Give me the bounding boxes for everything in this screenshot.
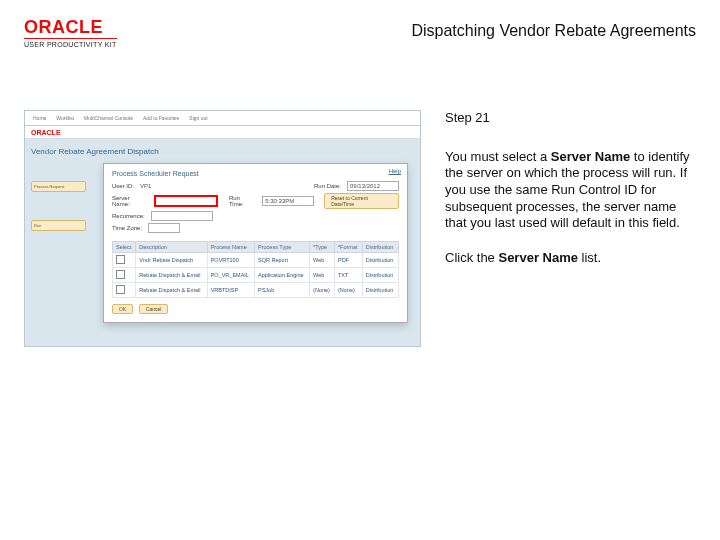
ss-nav-item: Worklist: [56, 115, 74, 121]
ss-left-button: Process Request: [31, 181, 86, 192]
ss-td: POVRT100: [207, 253, 254, 268]
ss-timezone-label: Time Zone:: [112, 225, 142, 231]
ss-td: TXT: [334, 268, 362, 283]
page-title: Dispatching Vendor Rebate Agreements: [411, 18, 696, 40]
ss-td: PO_VR_EMAIL: [207, 268, 254, 283]
instruction-panel: Step 21 You must select a Server Name to…: [445, 110, 696, 347]
training-screenshot: Home Worklist MultiChannel Console Add t…: [24, 110, 421, 347]
ss-left-button: Run: [31, 220, 86, 231]
ss-td: Vndr Rebate Dispatch: [136, 253, 207, 268]
ss-nav-item: Home: [33, 115, 46, 121]
ss-th: *Format: [334, 242, 362, 253]
ss-recurrence-field: [151, 211, 213, 221]
ss-left-column: Process Request Run: [31, 181, 86, 231]
ss-th: Process Type: [255, 242, 310, 253]
ss-th: Select: [113, 242, 136, 253]
ss-recurrence-label: Recurrence:: [112, 213, 145, 219]
ss-th: Process Name: [207, 242, 254, 253]
ss-mini-logo: ORACLE: [31, 129, 61, 136]
ss-nav-item: MultiChannel Console: [84, 115, 133, 121]
brand-subline: USER PRODUCTIVITY KIT: [24, 38, 117, 48]
ss-user-label: User ID:: [112, 183, 134, 189]
ss-td: PDF: [334, 253, 362, 268]
table-row: Rebate Dispatch & Email PO_VR_EMAIL Appl…: [113, 268, 399, 283]
instr-text: list.: [578, 250, 601, 265]
checkbox-icon: [116, 270, 125, 279]
instruction-paragraph-1: You must select a Server Name to identif…: [445, 149, 696, 232]
ss-ok-button: OK: [112, 304, 133, 314]
ss-topnav: Home Worklist MultiChannel Console Add t…: [25, 111, 420, 126]
instr-text: You must select a: [445, 149, 551, 164]
ss-reset-button: Reset to Current Date/Time: [324, 193, 399, 209]
ss-td: Application Engine: [255, 268, 310, 283]
ss-td: Rebate Dispatch & Email: [136, 283, 207, 298]
ss-nav-item: Add to Favorites: [143, 115, 179, 121]
instr-bold: Server Name: [498, 250, 578, 265]
checkbox-icon: [116, 255, 125, 264]
ss-dialog: Process Scheduler Request Help User ID: …: [103, 163, 408, 323]
ss-user-value: VP1: [140, 183, 151, 189]
ss-dialog-help: Help: [389, 168, 401, 174]
ss-td: Web: [310, 268, 335, 283]
ss-td: Distribution: [362, 253, 398, 268]
checkbox-icon: [116, 285, 125, 294]
ss-td: Distribution: [362, 268, 398, 283]
instr-text: Click the: [445, 250, 498, 265]
ss-process-table: Select Description Process Name Process …: [112, 241, 399, 298]
ss-td: Rebate Dispatch & Email: [136, 268, 207, 283]
ss-rundate-label: Run Date:: [314, 183, 341, 189]
ss-th: *Type: [310, 242, 335, 253]
ss-nav-item: Sign out: [189, 115, 207, 121]
ss-rundate-value: 09/13/2012: [347, 181, 399, 191]
ss-page-heading: Vendor Rebate Agreement Dispatch: [31, 147, 414, 156]
ss-td: PSJob: [255, 283, 310, 298]
ss-td: Distribution: [362, 283, 398, 298]
brand-logo: ORACLE USER PRODUCTIVITY KIT: [24, 18, 117, 48]
instr-bold: Server Name: [551, 149, 631, 164]
ss-td: (None): [334, 283, 362, 298]
instruction-paragraph-2: Click the Server Name list.: [445, 250, 696, 267]
ss-td: VRBTDISP: [207, 283, 254, 298]
ss-timezone-field: [148, 223, 180, 233]
ss-brandbar: ORACLE: [25, 126, 420, 139]
ss-runtime-value: 5:30:33PM: [262, 196, 314, 206]
ss-server-label: Server Name:: [112, 195, 149, 207]
step-label: Step 21: [445, 110, 696, 127]
ss-td: (None): [310, 283, 335, 298]
ss-dialog-title: Process Scheduler Request: [112, 170, 399, 177]
ss-th: Description: [136, 242, 207, 253]
ss-td: SQR Report: [255, 253, 310, 268]
brand-name: ORACLE: [24, 18, 117, 36]
ss-cancel-button: Cancel: [139, 304, 169, 314]
ss-th: Distribution: [362, 242, 398, 253]
server-name-list[interactable]: [155, 196, 217, 206]
table-row: Vndr Rebate Dispatch POVRT100 SQR Report…: [113, 253, 399, 268]
table-row: Rebate Dispatch & Email VRBTDISP PSJob (…: [113, 283, 399, 298]
ss-td: Web: [310, 253, 335, 268]
ss-runtime-label: Run Time:: [229, 195, 256, 207]
